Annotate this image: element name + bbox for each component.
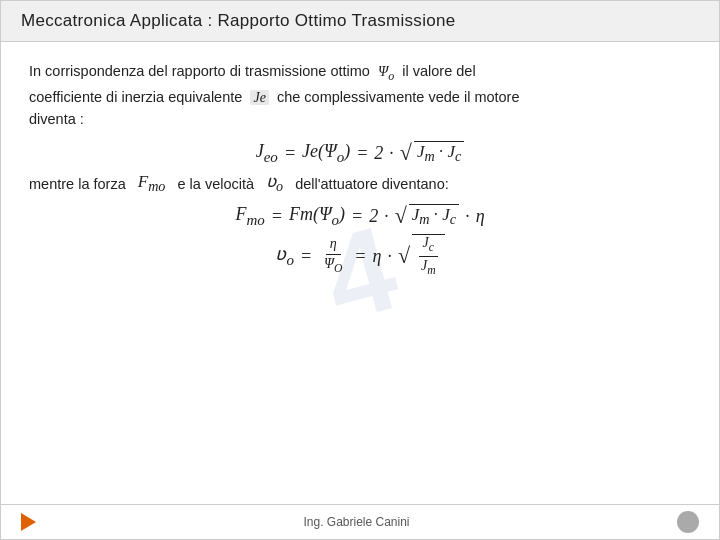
psi-o-symbol: Ψo xyxy=(378,63,394,79)
while-line: mentre la forza Fmo e la velocità ʋo del… xyxy=(29,171,691,195)
formula3-eq2: = xyxy=(354,246,366,267)
sqrt-radicand-3: Jc Jm xyxy=(412,234,445,278)
para1-part4: che complessivamente vede il motore xyxy=(277,89,520,105)
content-inner: In corrispondenza del rapporto di trasmi… xyxy=(29,60,691,278)
formula2-dot1: · xyxy=(384,206,389,227)
content-area: 4 In corrispondenza del rapporto di tras… xyxy=(1,42,719,504)
footer: Ing. Gabriele Canini xyxy=(1,504,719,539)
formula-2-block: Fmo = Fm(Ψo) = 2 · √ Jm · Jc · η xyxy=(29,204,691,229)
sqrt-radicand-1: Jm · Jc xyxy=(414,141,464,165)
para1-part2: il valore del xyxy=(402,63,475,79)
formula2-sqrt: √ Jm · Jc xyxy=(395,204,459,228)
formula1-mid: Je(Ψo) xyxy=(302,141,350,166)
frac1-num: η xyxy=(326,236,341,255)
while-part2: e la velocità xyxy=(177,176,254,192)
formula3-eta: η xyxy=(372,246,381,267)
formula-1-block: Jeo = Je(Ψo) = 2 · √ Jm · Jc xyxy=(29,141,691,166)
formula3-dot: · xyxy=(387,246,392,267)
page-container: Meccatronica Applicata : Rapporto Ottimo… xyxy=(0,0,720,540)
frac2-den: Jm xyxy=(417,257,440,278)
header: Meccatronica Applicata : Rapporto Ottimo… xyxy=(1,1,719,42)
formula1-eq1: = xyxy=(284,143,296,164)
fmo-inline: Fmo xyxy=(138,172,166,195)
sqrt-radicand-2: Jm · Jc xyxy=(409,204,459,228)
formula2-lhs: Fmo xyxy=(235,204,264,229)
frac1-den: ΨO xyxy=(320,255,346,276)
formula1-lhs: Jeo xyxy=(256,141,278,166)
formula3-frac1: η ΨO xyxy=(320,236,346,276)
formula2-coeff: 2 xyxy=(369,206,378,227)
formula1-dot: · xyxy=(389,143,394,164)
paragraph-1: In corrispondenza del rapporto di trasmi… xyxy=(29,60,691,131)
formula3-sqrt: √ Jc Jm xyxy=(398,234,445,278)
footer-avatar xyxy=(677,511,699,533)
formula2-eq1: = xyxy=(271,206,283,227)
formula1-eq2: = xyxy=(356,143,368,164)
play-button[interactable] xyxy=(21,513,36,531)
formula2-mid: Fm(Ψo) xyxy=(289,204,345,229)
para1-part1: In corrispondenza del rapporto di trasmi… xyxy=(29,63,370,79)
formula2-eta: η xyxy=(476,206,485,227)
formula3-frac2: Jc Jm xyxy=(417,235,440,278)
formula2-eq2: = xyxy=(351,206,363,227)
formula3-lhs: ʋo xyxy=(275,243,294,269)
header-title: Meccatronica Applicata : Rapporto Ottimo… xyxy=(21,11,455,31)
formula3-eq1: = xyxy=(300,246,312,267)
frac2-num: Jc xyxy=(419,235,438,257)
formula2-dot2: · xyxy=(465,206,470,227)
sqrt-sign-3: √ xyxy=(398,245,410,267)
formula1-coeff: 2 xyxy=(374,143,383,164)
para1-part3: coefficiente di inerzia equivalente xyxy=(29,89,242,105)
vo-inline: ʋo xyxy=(266,171,283,195)
sqrt-sign-2: √ xyxy=(395,205,407,227)
footer-author: Ing. Gabriele Canini xyxy=(303,515,409,529)
je-formula-inline: Je xyxy=(250,90,268,105)
formula-3-block: ʋo = η ΨO = η · √ Jc Jm xyxy=(29,234,691,278)
while-part3: dell'attuatore diventano: xyxy=(295,176,449,192)
para1-part5: diventa : xyxy=(29,111,84,127)
formula1-sqrt: √ Jm · Jc xyxy=(400,141,464,165)
sqrt-sign-1: √ xyxy=(400,142,412,164)
while-part1: mentre la forza xyxy=(29,176,126,192)
